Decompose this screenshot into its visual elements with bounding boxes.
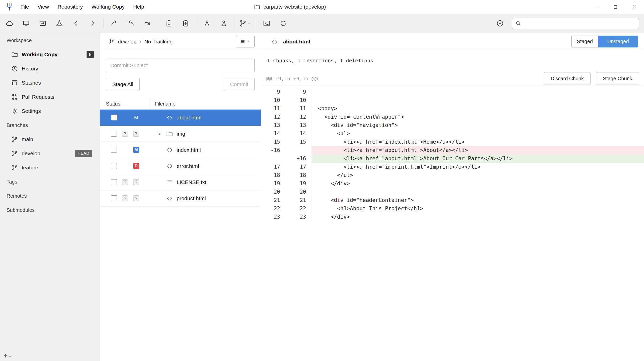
toolbar-stash-save-button[interactable] [162, 16, 176, 31]
diff-line: 1313 <div id="navigation"> [261, 121, 644, 130]
status-badge: ? [133, 195, 139, 201]
toolbar-refresh-button[interactable] [276, 16, 290, 31]
file-table-header: Status Filename [100, 98, 261, 110]
file-checkbox[interactable] [111, 195, 117, 201]
toolbar-branch-menu-button[interactable] [238, 16, 252, 31]
unstaged-tab[interactable]: Unstaged [598, 36, 638, 47]
commit-panel: develop › No Tracking Stage All Commit S… [100, 33, 261, 361]
sidebar-item-settings[interactable]: Settings [0, 104, 100, 118]
computer-icon [22, 19, 30, 27]
menu-repository[interactable]: Repository [53, 0, 87, 14]
file-checkbox[interactable] [111, 131, 117, 137]
file-row-error-html[interactable]: Derror.html [100, 158, 261, 174]
file-checkbox[interactable] [111, 147, 117, 153]
branch-icon [11, 136, 18, 143]
code-text: </div> [312, 213, 644, 221]
window-controls [586, 0, 644, 14]
toolbar-separator [256, 18, 256, 29]
new-line-number [280, 146, 306, 154]
stage-chunk-button[interactable]: Stage Chunk [596, 72, 639, 85]
discard-chunk-button[interactable]: Discard Chunk [544, 72, 591, 85]
sidebar-item-pull-requests[interactable]: Pull Requests [0, 90, 100, 104]
sidebar-item-main[interactable]: main [0, 132, 100, 146]
fetch-icon [127, 19, 135, 27]
sidebar-section-branches: Branches [0, 118, 100, 132]
search-input[interactable] [524, 20, 636, 26]
code-text: <h1>About This Project</h1> [312, 204, 644, 213]
file-checkbox[interactable] [111, 163, 117, 169]
folder-icon [253, 3, 260, 10]
close-button[interactable] [625, 0, 644, 14]
sidebar-section-submodules: Submodules [0, 203, 100, 217]
toolbar-network-button[interactable] [52, 16, 67, 31]
file-row-index-html[interactable]: Mindex.html [100, 142, 261, 158]
nav-forward-icon [89, 19, 97, 27]
file-name: about.html [177, 110, 201, 126]
stage-all-button[interactable]: Stage All [106, 78, 140, 91]
old-line-number: 20 [261, 188, 280, 196]
file-row-license-txt[interactable]: ??LICENSE.txt [100, 174, 261, 190]
code-file-icon [271, 38, 279, 45]
current-branch[interactable]: develop [118, 39, 137, 45]
toolbar-person-alt-button[interactable] [216, 16, 231, 31]
maximize-button[interactable] [606, 0, 625, 14]
staged-tab[interactable]: Staged [571, 36, 598, 47]
toolbar-nav-back-button[interactable] [69, 16, 83, 31]
toolbar-computer-button[interactable] [19, 16, 33, 31]
toolbar-terminal-button[interactable] [259, 16, 274, 31]
sidebar-item-feature[interactable]: feature [0, 161, 100, 175]
new-line-number: +16 [280, 154, 306, 163]
status-badge: ? [122, 179, 128, 185]
stash-pop-icon [182, 19, 190, 27]
toolbar-pull-button[interactable] [140, 16, 155, 31]
toolbar-person-button[interactable] [200, 16, 214, 31]
menu-help[interactable]: Help [129, 0, 148, 14]
folder-icon [11, 51, 18, 58]
file-row-img[interactable]: ??img [100, 126, 261, 142]
old-line-number: 14 [261, 130, 280, 138]
open-folder-icon [39, 19, 47, 27]
file-row-about-html[interactable]: Mabout.html [100, 110, 261, 126]
menu-file[interactable]: File [16, 0, 33, 14]
sidebar-item-working-copy[interactable]: Working Copy6 [0, 47, 100, 62]
file-checkbox[interactable] [111, 179, 117, 185]
code-text: <ul> [312, 130, 644, 138]
minimize-button[interactable] [586, 0, 606, 14]
toolbar-nav-forward-button[interactable] [85, 16, 100, 31]
search-box[interactable] [512, 18, 639, 29]
sidebar-item-develop[interactable]: developHEAD [0, 146, 100, 161]
menu-working-copy[interactable]: Working Copy [87, 0, 129, 14]
diff-line: 2323 </div> [261, 213, 644, 221]
toolbar-repository-button[interactable] [2, 16, 17, 31]
sidebar-sections: WorkspaceWorking Copy6HistoryStashesPull… [0, 33, 100, 217]
toolbar-open-folder-button[interactable] [35, 16, 50, 31]
branch-icon [109, 38, 115, 45]
code-icon [166, 163, 173, 170]
commit-subject-input[interactable] [106, 59, 255, 72]
sidebar-item-label: feature [22, 165, 38, 171]
chevron-down-icon [247, 21, 251, 25]
toolbar-stash-pop-button[interactable] [178, 16, 193, 31]
toolbar-fetch-button[interactable] [123, 16, 138, 31]
old-line-number: 19 [261, 179, 280, 188]
add-repository-button[interactable]: + [4, 352, 12, 359]
file-row-product-html[interactable]: ??product.html [100, 190, 261, 207]
file-checkbox[interactable] [111, 115, 117, 120]
code-text: <body> [312, 105, 644, 113]
window-title: carparts-website (develop) [253, 0, 326, 14]
fork-app-icon[interactable] [5, 3, 14, 11]
diff-body: 9910101111<body>1212 <div id="contentWra… [261, 85, 644, 361]
toolbar-download-button[interactable] [493, 16, 507, 31]
expand-chevron-icon[interactable] [157, 131, 162, 136]
sidebar-item-history[interactable]: History [0, 62, 100, 76]
sidebar-item-stashes[interactable]: Stashes [0, 76, 100, 90]
old-line-number: 13 [261, 121, 280, 130]
old-line-number: -16 [261, 146, 280, 154]
menu-view[interactable]: View [33, 0, 53, 14]
new-line-number: 9 [280, 88, 306, 96]
file-list-options-button[interactable] [236, 36, 255, 47]
status-badge: ? [133, 131, 139, 137]
head-badge: HEAD [75, 150, 92, 157]
commit-button[interactable]: Commit [224, 78, 255, 91]
toolbar-push-button[interactable] [107, 16, 121, 31]
